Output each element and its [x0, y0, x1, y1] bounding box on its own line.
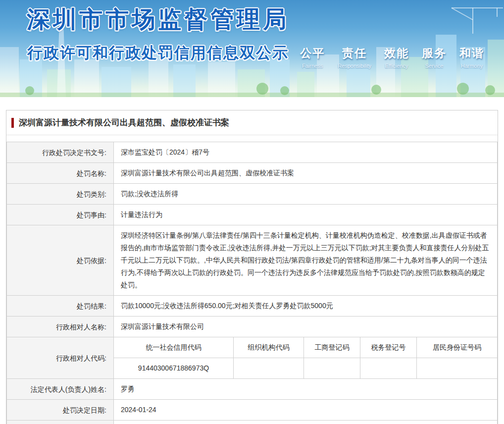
code-column-header: 组织机构代码: [234, 337, 304, 358]
table-row: 行政相对人名称: 深圳富源计量技术有限公司: [7, 317, 498, 337]
row-label: 处罚结果:: [7, 296, 114, 317]
code-value: [234, 358, 304, 379]
row-value: 深市监宝处罚〔2024〕稽7号: [114, 142, 498, 163]
code-column-header: 税务登记号: [360, 337, 417, 358]
code-column-header: 工商登记码: [304, 337, 360, 358]
row-value: 罗勇: [114, 379, 498, 400]
row-label: 行政相对人名称:: [7, 317, 114, 337]
page-title: 深圳富源计量技术有限公司出具超范围、虚假校准证书案: [19, 117, 229, 128]
table-row: 处罚依据: 深圳经济特区计量条例/第八章法律责任/第四十三条计量检定机构、计量校…: [7, 225, 498, 296]
row-value: 罚款10000元;没收违法所得650.00元;对相关责任人罗勇处罚款5000元: [114, 296, 498, 317]
content-panel: 深圳富源计量技术有限公司出具超范围、虚假校准证书案 行政处罚决定书文号: 深市监…: [6, 110, 498, 424]
table-row-codes-header: 行政相对人代码: 统一社会信用代码 组织机构代码 工商登记码 税务登记号 居民身…: [7, 337, 498, 358]
slogan-cn: 效能: [384, 46, 409, 61]
row-value: 2024-01-24: [114, 400, 498, 421]
penalty-info-table: 行政处罚决定书文号: 深市监宝处罚〔2024〕稽7号 处罚名称: 深圳富源计量技…: [6, 142, 498, 424]
row-label: 处罚机关:: [7, 421, 114, 424]
code-column-header: 居民身份证号码: [417, 337, 498, 358]
code-column-header: 统一社会信用代码: [114, 337, 234, 358]
slogan-en: Fairness: [300, 63, 325, 69]
code-value: [360, 358, 417, 379]
site-banner: 深圳市市场监督管理局 行政许可和行政处罚信用信息双公示 公平 Fairness …: [0, 0, 504, 97]
row-value: 罚款;没收违法所得: [114, 184, 498, 205]
code-value: [304, 358, 360, 379]
slogan-cn: 和谐: [459, 46, 484, 61]
slogan-en: Service: [422, 63, 447, 69]
slogan-cn: 责任: [338, 46, 371, 61]
slogan-efficiency: 效能 Efficiency: [384, 46, 409, 69]
table-row: 处罚事由: 计量违法行为: [7, 205, 498, 225]
row-label: 处罚类别:: [7, 184, 114, 205]
row-label: 处罚名称:: [7, 163, 114, 184]
table-wrapper: 行政处罚决定书文号: 深市监宝处罚〔2024〕稽7号 处罚名称: 深圳富源计量技…: [6, 135, 498, 424]
title-accent-bar: [11, 118, 14, 128]
table-row: 处罚机关: 深圳市市场监督管理局宝安监管局: [7, 421, 498, 424]
row-label: 法定代表人(负责人)姓名:: [7, 379, 114, 400]
slogan-en: Responsibility: [338, 63, 371, 69]
slogan-harmony: 和谐 Harmony: [459, 46, 484, 69]
table-row: 行政处罚决定书文号: 深市监宝处罚〔2024〕稽7号: [7, 142, 498, 163]
row-value: 深圳富源计量技术有限公司: [114, 317, 498, 337]
table-row: 处罚类别: 罚款;没收违法所得: [7, 184, 498, 205]
row-value: 深圳富源计量技术有限公司出具超范围、虚假校准证书案: [114, 163, 498, 184]
row-value: 深圳市市场监督管理局宝安监管局: [114, 421, 498, 424]
row-label: 处罚依据:: [7, 225, 114, 296]
row-value: 计量违法行为: [114, 205, 498, 225]
table-row: 处罚结果: 罚款10000元;没收违法所得650.00元;对相关责任人罗勇处罚款…: [7, 296, 498, 317]
table-row: 法定代表人(负责人)姓名: 罗勇: [7, 379, 498, 400]
code-value: [417, 358, 498, 379]
table-row: 处罚决定日期: 2024-01-24: [7, 400, 498, 421]
slogan-en: Harmony: [459, 63, 484, 69]
slogan-service: 服务 Service: [422, 46, 447, 69]
row-label: 行政相对人代码:: [7, 337, 114, 379]
slogan-cn: 公平: [300, 46, 325, 61]
row-label: 行政处罚决定书文号:: [7, 142, 114, 163]
site-title: 深圳市市场监督管理局: [27, 4, 289, 35]
row-label: 处罚事由:: [7, 205, 114, 225]
row-value: 深圳经济特区计量条例/第八章法律责任/第四十三条计量检定机构、计量校准机构伪造检…: [114, 225, 498, 296]
slogan-group: 公平 Fairness 责任 Responsibility 效能 Efficie…: [300, 46, 484, 69]
table-row: 处罚名称: 深圳富源计量技术有限公司出具超范围、虚假校准证书案: [7, 163, 498, 184]
article-header: 深圳富源计量技术有限公司出具超范围、虚假校准证书案: [6, 110, 498, 135]
crane-icon: [452, 8, 503, 34]
site-subtitle: 行政许可和行政处罚信用信息双公示: [27, 43, 289, 63]
slogan-cn: 服务: [422, 46, 447, 61]
row-label: 处罚决定日期:: [7, 400, 114, 421]
slogan-responsibility: 责任 Responsibility: [338, 46, 371, 69]
code-value: 91440300671886973Q: [114, 358, 234, 379]
slogan-fairness: 公平 Fairness: [300, 46, 325, 69]
slogan-en: Efficiency: [384, 63, 409, 69]
